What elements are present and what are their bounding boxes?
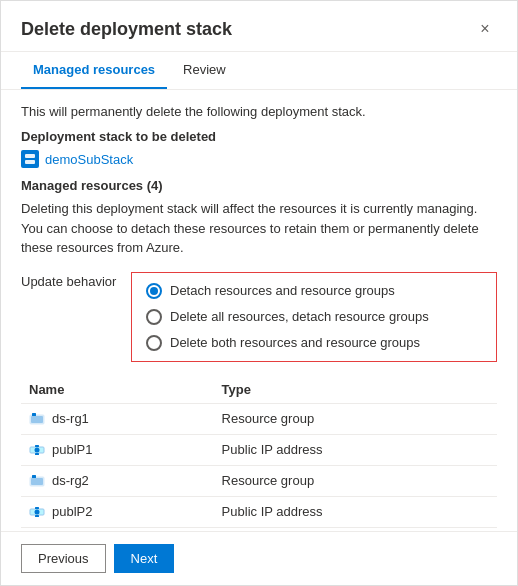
resource-name-cell: publP1 — [21, 434, 214, 465]
update-behavior-label: Update behavior — [21, 272, 131, 289]
table-row: publP1 Public IP address — [21, 434, 497, 465]
stack-icon — [21, 150, 39, 168]
radio-inner — [150, 287, 158, 295]
svg-rect-14 — [35, 507, 39, 509]
col-name: Name — [21, 376, 214, 404]
dialog-title: Delete deployment stack — [21, 19, 232, 40]
svg-rect-4 — [31, 416, 43, 423]
svg-rect-15 — [35, 515, 39, 517]
resources-table: Name Type ds-rg1 — [21, 376, 497, 528]
col-type: Type — [214, 376, 497, 404]
svg-rect-11 — [31, 478, 43, 485]
svg-rect-7 — [35, 445, 39, 447]
svg-rect-0 — [25, 154, 35, 158]
dialog-body: This will permanently delete the followi… — [1, 90, 517, 531]
table-row: publP2 Public IP address — [21, 496, 497, 527]
resource-name-cell: ds-rg2 — [21, 465, 214, 496]
radio-circle-selected — [146, 283, 162, 299]
radio-delete-all-resources[interactable]: Delete all resources, detach resource gr… — [146, 309, 482, 325]
close-button[interactable]: × — [473, 17, 497, 41]
stack-name-link[interactable]: demoSubStack — [21, 150, 497, 168]
stack-section-label: Deployment stack to be deleted — [21, 129, 497, 144]
tab-review[interactable]: Review — [171, 52, 238, 89]
tabs-bar: Managed resources Review — [1, 52, 517, 90]
resource-type-cell: Public IP address — [214, 434, 497, 465]
previous-button[interactable]: Previous — [21, 544, 106, 573]
svg-rect-1 — [25, 160, 35, 164]
table-row: ds-rg1 Resource group — [21, 403, 497, 434]
svg-rect-10 — [32, 475, 36, 478]
intro-text: This will permanently delete the followi… — [21, 104, 497, 119]
warning-text: Deleting this deployment stack will affe… — [21, 199, 497, 258]
ip-address-icon — [29, 442, 45, 458]
ip-address-icon-2 — [29, 504, 45, 520]
svg-point-13 — [35, 509, 40, 514]
radio-circle-unselected-1 — [146, 309, 162, 325]
resource-type-cell: Public IP address — [214, 496, 497, 527]
svg-rect-3 — [32, 413, 36, 416]
tab-managed-resources[interactable]: Managed resources — [21, 52, 167, 89]
table-row: ds-rg2 Resource group — [21, 465, 497, 496]
dialog-footer: Previous Next — [1, 531, 517, 585]
resource-type-cell: Resource group — [214, 403, 497, 434]
update-behavior-row: Update behavior Detach resources and res… — [21, 272, 497, 362]
radio-group: Detach resources and resource groups Del… — [131, 272, 497, 362]
resource-type-cell: Resource group — [214, 465, 497, 496]
dialog-header: Delete deployment stack × — [1, 1, 517, 52]
resource-name-cell: publP2 — [21, 496, 214, 527]
managed-resources-header: Managed resources (4) — [21, 178, 497, 193]
svg-rect-8 — [35, 453, 39, 455]
next-button[interactable]: Next — [114, 544, 175, 573]
resource-group-icon-2 — [29, 473, 45, 489]
resource-name-cell: ds-rg1 — [21, 403, 214, 434]
svg-point-6 — [35, 447, 40, 452]
delete-deployment-stack-dialog: Delete deployment stack × Managed resour… — [0, 0, 518, 586]
radio-circle-unselected-2 — [146, 335, 162, 351]
radio-detach-resources[interactable]: Detach resources and resource groups — [146, 283, 482, 299]
radio-delete-both[interactable]: Delete both resources and resource group… — [146, 335, 482, 351]
resource-group-icon — [29, 411, 45, 427]
